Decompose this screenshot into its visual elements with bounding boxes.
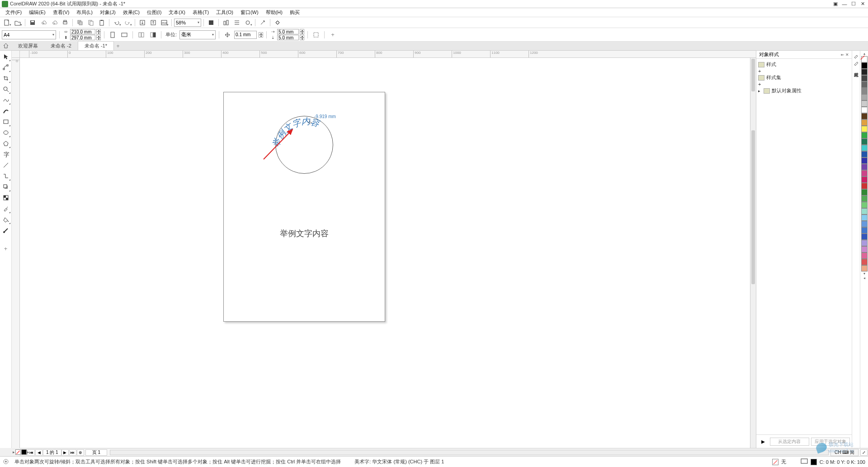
color-swatch[interactable] xyxy=(861,100,868,107)
quick-row-right[interactable]: ▸ xyxy=(27,450,29,454)
export-button[interactable] xyxy=(148,18,158,27)
vertical-scrollbar[interactable] xyxy=(750,58,756,448)
minimize-button[interactable]: — xyxy=(841,1,848,7)
maximize-button[interactable]: ☐ xyxy=(850,1,857,7)
zoom-tool[interactable] xyxy=(1,84,11,94)
eyedropper-tool[interactable] xyxy=(1,204,11,214)
copy-button[interactable] xyxy=(86,18,96,27)
nudge-spinner[interactable]: ▴▾ xyxy=(259,32,263,38)
color-swatch[interactable] xyxy=(861,151,868,157)
menu-window[interactable]: 窗口(W) xyxy=(237,9,262,16)
options-button[interactable] xyxy=(273,18,283,27)
menu-edit[interactable]: 编辑(E) xyxy=(25,9,49,16)
menu-view[interactable]: 查看(V) xyxy=(49,9,73,16)
dup-y-input[interactable] xyxy=(277,35,299,40)
tree-node-default[interactable]: ▸默认对象属性 xyxy=(758,87,850,95)
ellipse-tool[interactable] xyxy=(1,128,11,138)
dup-y-spinner[interactable]: ▴▾ xyxy=(300,35,304,40)
zoom-level-combo[interactable]: 58% xyxy=(174,19,201,27)
launch-button[interactable] xyxy=(258,18,268,27)
page-height-input[interactable] xyxy=(70,35,95,40)
page-tab-1[interactable]: 页 1 xyxy=(85,449,107,456)
width-spinner[interactable]: ▴▾ xyxy=(96,29,101,34)
color-swatch[interactable] xyxy=(861,176,868,183)
open-button[interactable] xyxy=(13,18,23,27)
from-selection-button[interactable]: 从选定内容 xyxy=(770,438,809,446)
color-swatch[interactable] xyxy=(861,138,868,145)
pencil-small-icon[interactable] xyxy=(853,60,859,66)
menu-object[interactable]: 对象(J) xyxy=(96,9,119,16)
color-swatch[interactable] xyxy=(861,240,868,246)
color-swatch[interactable] xyxy=(861,221,868,227)
nudge-input[interactable] xyxy=(234,31,257,39)
menu-buy[interactable]: 购买 xyxy=(286,9,303,16)
save-button[interactable] xyxy=(28,18,38,27)
menu-help[interactable]: 帮助(H) xyxy=(262,9,286,16)
portrait-button[interactable] xyxy=(108,30,118,39)
cut-button[interactable] xyxy=(75,18,85,27)
redo-button[interactable] xyxy=(123,18,132,27)
nav-end-icon[interactable]: ⤢ xyxy=(860,449,868,456)
fullscreen-preview-button[interactable] xyxy=(206,18,216,27)
drawing-canvas[interactable]: 举例文字内容 ⊹ -9.919 mm 举例文字内容 xyxy=(20,58,756,448)
parallel-dim-tool[interactable] xyxy=(1,160,11,170)
all-pages-button[interactable] xyxy=(136,30,146,39)
paste-button[interactable] xyxy=(97,18,107,27)
add-tab-button[interactable]: + xyxy=(114,42,122,50)
import-button[interactable] xyxy=(137,18,147,27)
color-swatch[interactable] xyxy=(861,189,868,195)
color-swatch[interactable] xyxy=(861,195,868,202)
expand-icon[interactable]: ▸ xyxy=(758,89,762,93)
freehand-tool[interactable] xyxy=(1,95,11,105)
menu-file[interactable]: 文件(F) xyxy=(2,9,25,16)
scroll-thumb[interactable] xyxy=(751,130,755,284)
connector-tool[interactable] xyxy=(1,171,11,181)
vertical-ruler[interactable]: 0 xyxy=(12,58,20,448)
outline-tool[interactable] xyxy=(1,225,11,235)
fill-indicator[interactable] xyxy=(772,459,778,465)
new-button[interactable] xyxy=(2,18,12,27)
color-swatch[interactable] xyxy=(861,132,868,138)
menu-effects[interactable]: 效果(C) xyxy=(119,9,143,16)
docker-collapse-icon[interactable]: ⇤ xyxy=(841,52,844,57)
shape-tool[interactable] xyxy=(1,62,11,72)
scroll-thumb[interactable] xyxy=(751,59,755,91)
rectangle-tool[interactable] xyxy=(1,117,11,127)
color-swatch[interactable] xyxy=(861,94,868,100)
page-width-input[interactable] xyxy=(70,29,95,34)
toolbox-add[interactable]: + xyxy=(1,243,11,253)
color-swatch[interactable] xyxy=(861,107,868,113)
color-swatch[interactable] xyxy=(861,253,868,259)
color-swatch[interactable] xyxy=(861,81,868,88)
eyedropper-small-icon[interactable] xyxy=(853,52,859,59)
add-preset-button[interactable]: + xyxy=(328,30,338,39)
palette-flyout-button[interactable]: ◂ xyxy=(861,276,868,281)
color-swatch[interactable] xyxy=(861,75,868,81)
quick-swatch-none[interactable] xyxy=(15,449,21,455)
cloud-up-button[interactable] xyxy=(38,18,48,27)
snap-button[interactable] xyxy=(221,18,231,27)
fill-tool[interactable] xyxy=(1,214,11,224)
ruler-origin[interactable] xyxy=(12,51,20,58)
color-swatch[interactable] xyxy=(861,157,868,164)
nav-next[interactable]: ▶ xyxy=(61,449,69,456)
color-swatch[interactable] xyxy=(861,88,868,94)
outline-color-swatch[interactable] xyxy=(811,459,817,465)
color-swatch[interactable] xyxy=(861,145,868,151)
color-swatch[interactable] xyxy=(861,208,868,214)
page-preset-combo[interactable]: A4 xyxy=(2,30,56,39)
tab-welcome[interactable]: 欢迎屏幕 xyxy=(12,41,44,50)
color-swatch[interactable] xyxy=(861,259,868,265)
menu-table[interactable]: 表格(T) xyxy=(189,9,212,16)
nav-add-after[interactable]: ⊕ xyxy=(77,449,84,456)
tree-node-styleset[interactable]: 样式集 xyxy=(758,74,850,81)
undo-button[interactable] xyxy=(112,18,122,27)
docker-close-icon[interactable]: ✕ xyxy=(845,52,849,57)
color-swatch[interactable] xyxy=(861,164,868,170)
color-swatch[interactable] xyxy=(861,62,868,69)
color-swatch[interactable] xyxy=(861,69,868,75)
units-combo[interactable]: 毫米 xyxy=(179,30,216,39)
tab-doc2[interactable]: 未命名 -1* xyxy=(78,41,114,50)
docker-menu-icon[interactable]: ▸ xyxy=(758,437,768,446)
color-swatch[interactable] xyxy=(861,234,868,240)
